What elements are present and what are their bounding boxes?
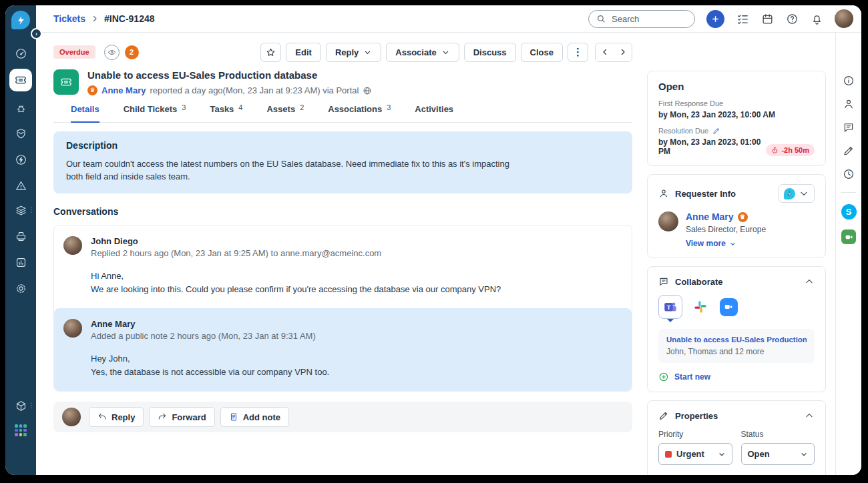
priority-urgent-swatch: [665, 451, 672, 458]
collaborate-card: Collaborate T Unable to access EU: [647, 266, 826, 392]
discussions-panel-icon[interactable]: [842, 121, 855, 134]
sidebar-item-tickets[interactable]: [9, 69, 32, 91]
overdue-badge: Overdue: [53, 45, 95, 59]
reported-meta: reported a day ago(Mon, 23 Jan at 9:23 A…: [150, 85, 359, 95]
services-overflow-icon[interactable]: ⋮: [28, 207, 35, 213]
more-options-kebab-icon[interactable]: ⋮: [568, 43, 588, 62]
collapse-properties-icon[interactable]: [804, 410, 815, 421]
conversation-list: John Diego Replied 2 hours ago (Mon, 23 …: [53, 225, 632, 392]
field-priority: Priority Urgent: [658, 430, 732, 465]
video-meet-icon[interactable]: [841, 229, 856, 244]
time-activities-icon[interactable]: [842, 167, 855, 181]
ticket-tabs: Details Child Tickets3 Tasks4 Assets2 As…: [53, 104, 632, 123]
ticket-type-icon: [53, 69, 79, 95]
sla-timer-badge: -2h 50m: [766, 144, 815, 156]
new-ticket-button[interactable]: [706, 10, 724, 28]
search-box[interactable]: [588, 10, 695, 28]
requester-name[interactable]: Anne Mary: [686, 211, 734, 222]
ms-teams-icon[interactable]: T: [658, 295, 682, 319]
dashboard-icon[interactable]: [13, 45, 29, 61]
avatar: [62, 408, 81, 426]
status-select[interactable]: Open: [741, 443, 815, 465]
requester-panel-icon[interactable]: [842, 97, 855, 111]
workspace-overflow-icon[interactable]: ⋮: [28, 402, 35, 409]
reply-arrow-icon: [97, 412, 107, 422]
watcher-count-badge[interactable]: 2: [125, 45, 139, 59]
priority-select[interactable]: Urgent: [658, 443, 732, 465]
slack-icon[interactable]: [690, 297, 710, 317]
zoom-icon[interactable]: [718, 297, 738, 317]
calendar-icon[interactable]: [761, 12, 774, 25]
note-icon: [229, 412, 238, 422]
collab-thread-members: John, Thomas and 12 more: [666, 347, 807, 356]
reply-dropdown-button[interactable]: Reply: [326, 43, 381, 62]
properties-card: Properties Priority Urgent: [647, 400, 826, 475]
search-input[interactable]: [610, 13, 687, 25]
breadcrumb-tickets-link[interactable]: Tickets: [53, 13, 85, 24]
changes-icon[interactable]: [13, 125, 29, 141]
my-tasks-icon[interactable]: [736, 12, 749, 25]
field-status: Status Open: [741, 430, 815, 465]
app-switcher-icon[interactable]: [15, 424, 27, 436]
tab-associations[interactable]: Associations3: [328, 104, 391, 123]
analytics-icon[interactable]: [13, 254, 29, 270]
help-icon[interactable]: [785, 12, 799, 25]
freshservice-logo-icon[interactable]: [11, 11, 30, 29]
svg-text:T: T: [667, 304, 671, 311]
freshchat-dropdown-button[interactable]: [779, 184, 815, 203]
message-body: Hey John, Yes, the database is not acces…: [91, 352, 329, 379]
reply-button[interactable]: Reply: [89, 407, 144, 427]
collab-thread[interactable]: Unable to access EU-Sales Production dat…: [658, 329, 815, 363]
releases-icon[interactable]: [13, 151, 29, 167]
collab-thread-title[interactable]: Unable to access EU-Sales Production dat…: [666, 336, 807, 344]
alerts-icon[interactable]: [13, 177, 29, 193]
first-response-label: First Response Due: [658, 99, 815, 107]
problems-icon[interactable]: [13, 100, 29, 116]
collaborate-heading: Collaborate: [675, 277, 723, 287]
topbar: Tickets #INC-91248: [36, 5, 861, 33]
associate-dropdown-button[interactable]: Associate: [386, 43, 459, 62]
tab-assets[interactable]: Assets2: [266, 104, 304, 123]
assets-icon[interactable]: [13, 228, 29, 244]
forward-button[interactable]: Forward: [149, 407, 214, 427]
reply-composer-bar: Reply Forward Add note: [53, 402, 632, 432]
edit-button[interactable]: Edit: [286, 43, 321, 62]
ticket-status: Open: [658, 81, 815, 92]
info-icon[interactable]: [842, 74, 855, 87]
discuss-button[interactable]: Discuss: [464, 43, 516, 62]
app-window: ⋮ ⋮ › Tickets #INC-91248: [5, 5, 861, 475]
services-icon[interactable]: [13, 202, 29, 218]
requester-role: Sales Director, Europe: [686, 225, 766, 234]
left-nav-rail: ⋮ ⋮: [5, 5, 36, 475]
workspace-cube-icon[interactable]: [13, 398, 29, 414]
watch-eye-icon[interactable]: [104, 45, 120, 60]
stopwatch-icon: [771, 147, 779, 154]
message-author: John Diego: [91, 236, 501, 246]
close-ticket-button[interactable]: Close: [521, 43, 563, 62]
skype-icon[interactable]: S: [841, 204, 857, 219]
tab-tasks[interactable]: Tasks4: [210, 104, 242, 123]
view-more-link[interactable]: View more: [686, 239, 766, 248]
notifications-bell-icon[interactable]: [810, 12, 823, 25]
tab-activities[interactable]: Activities: [415, 104, 453, 123]
previous-ticket-button[interactable]: [596, 43, 614, 61]
message-body: Hi Anne, We are looking into this. Could…: [91, 270, 501, 296]
tab-details[interactable]: Details: [71, 104, 99, 123]
notes-panel-icon[interactable]: [842, 144, 855, 157]
reporter-link[interactable]: Anne Mary: [101, 85, 146, 95]
favorite-star-button[interactable]: [260, 43, 281, 62]
divider: [841, 192, 856, 193]
start-new-collab-button[interactable]: Start new: [658, 372, 815, 382]
ticket-main: Overdue 2 Edit Reply Associate Discuss: [36, 33, 646, 475]
tab-child-tickets[interactable]: Child Tickets3: [124, 104, 186, 123]
add-note-button[interactable]: Add note: [220, 407, 289, 427]
admin-settings-icon[interactable]: [13, 280, 29, 296]
next-ticket-button[interactable]: [614, 43, 632, 61]
right-icon-rail: S: [835, 33, 861, 475]
edit-resolution-icon[interactable]: [712, 127, 720, 135]
collapse-collaborate-icon[interactable]: [804, 276, 815, 287]
avatar: [63, 236, 82, 255]
user-avatar[interactable]: [835, 9, 853, 28]
requester-avatar[interactable]: [658, 211, 678, 231]
collapse-sidebar-button[interactable]: ›: [31, 28, 42, 39]
